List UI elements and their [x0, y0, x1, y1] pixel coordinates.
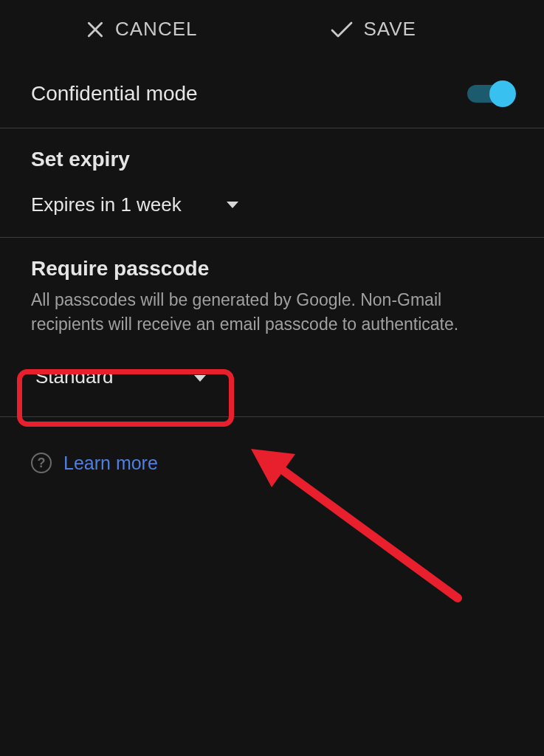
- toggle-thumb: [489, 80, 516, 107]
- save-button[interactable]: SAVE: [271, 18, 515, 41]
- close-icon: [86, 20, 105, 39]
- chevron-down-icon: [193, 365, 207, 388]
- help-icon: ?: [31, 453, 52, 473]
- save-label: SAVE: [364, 18, 416, 41]
- header-bar: CANCEL SAVE: [0, 0, 544, 61]
- confidential-mode-toggle[interactable]: [467, 80, 513, 107]
- confidential-mode-section: Confidential mode: [0, 61, 544, 128]
- set-expiry-section: Set expiry Expires in 1 week: [0, 128, 544, 238]
- passcode-value: Standard: [35, 365, 114, 388]
- learn-more-row: ? Learn more: [0, 417, 544, 509]
- expiry-value: Expires in 1 week: [31, 193, 182, 216]
- check-icon: [330, 20, 354, 39]
- require-passcode-section: Require passcode All passcodes will be g…: [0, 238, 544, 417]
- expiry-dropdown[interactable]: Expires in 1 week: [31, 193, 239, 216]
- chevron-down-icon: [226, 201, 239, 210]
- confidential-mode-title: Confidential mode: [31, 82, 198, 106]
- require-passcode-title: Require passcode: [31, 257, 513, 281]
- cancel-label: CANCEL: [115, 18, 197, 41]
- require-passcode-subtext: All passcodes will be generated by Googl…: [31, 288, 513, 337]
- passcode-dropdown[interactable]: Standard: [31, 358, 220, 396]
- learn-more-link[interactable]: Learn more: [63, 453, 158, 474]
- cancel-button[interactable]: CANCEL: [30, 18, 271, 41]
- set-expiry-title: Set expiry: [31, 148, 513, 171]
